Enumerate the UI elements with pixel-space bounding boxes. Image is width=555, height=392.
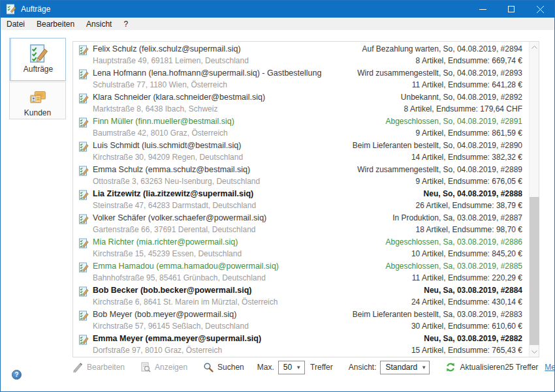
minimize-button[interactable] [468,1,497,18]
order-row[interactable]: Finn Müller (finn.mueller@bestmail.siq)B… [73,114,529,138]
order-icon [78,262,89,273]
order-customer: Klara Schneider (klara.schneider@bestmai… [93,93,401,102]
order-row[interactable]: Luis Schmidt (luis.schmidt@bestmail.siq)… [73,138,529,162]
bottom-toolbar: Bearbeiten Anzeigen Suche [72,359,539,376]
order-address: Hauptstraße 49, 69181 Leimen, Deutschlan… [93,56,362,65]
order-summary: 26 Artikel, Endsumme: 38,79 € [416,201,522,210]
scroll-up-icon[interactable] [530,42,539,52]
preview-icon [140,362,151,372]
sidebar-tab-kunden[interactable]: Kunden [9,82,66,119]
order-status: Neu, Sa, 03.08.2019, #2882 [411,334,522,344]
order-address: Marktstraße 8, 6438 Ibach, Schweiz [93,104,401,113]
order-row[interactable]: Mia Richter (mia.richter@powermail.siq)K… [73,235,529,259]
show-button[interactable]: Anzeigen [140,362,187,372]
menu-bearbeiten[interactable]: Bearbeiten [31,18,80,30]
order-icon [78,45,89,55]
order-status: Beim Lieferanten bestellt, So, 04.08.201… [353,141,522,151]
refresh-button[interactable]: Aktualisieren [445,362,505,372]
order-address: Kirchstraße 30, 94209 Regen, Deutschland [93,153,353,162]
order-icon [78,335,89,345]
treffer-label: Treffer [310,363,333,372]
search-button-label: Suchen [217,363,244,372]
order-status: Wird zusammengestellt, So, 04.08.2019, #… [357,165,522,175]
order-summary: 9 Artikel, Endsumme: 861,59 € [386,128,523,138]
order-address: Steinstraße 47, 64283 Darmstadt, Deutsch… [93,201,416,210]
vertical-scrollbar[interactable] [529,42,539,357]
order-address: Baumstraße 42, 8010 Graz, Österreich [93,128,386,138]
order-customer: Lena Hofmann (lena.hofmann@supermail.siq… [93,68,357,78]
order-icon [78,166,89,176]
order-status: Auf Bezahlung warten, So, 04.08.2019, #2… [362,44,522,54]
order-icon [78,93,89,104]
order-row[interactable]: Lia Zitzewitz (lia.zitzewitz@supermail.s… [73,187,529,211]
app-window: Aufträge Datei Bearbeiten Ansicht ? [0,0,555,392]
pencil-icon [72,362,83,372]
search-button[interactable]: Suchen [203,362,244,372]
order-address: Gartenstraße 66, 37691 Derental, Deutsch… [93,225,392,234]
order-customer: Mia Richter (mia.richter@powermail.siq) [93,237,386,247]
menu-help[interactable]: ? [118,18,134,30]
order-summary: 18 Artikel, Endsumme: 98,70 € [392,225,522,234]
scrollbar-thumb[interactable] [530,197,539,345]
order-summary: 11 Artikel, Endsumme: 641,28 € [357,80,522,89]
order-row[interactable]: Lena Hofmann (lena.hofmann@supermail.siq… [73,66,529,90]
max-results-value: 50 [283,363,292,372]
orders-panel: Felix Schulz (felix.schulz@supermail.siq… [72,41,539,357]
order-customer: Lia Zitzewitz (lia.zitzewitz@supermail.s… [93,189,416,199]
order-customer: Emma Hamadou (emma.hamadou@powermail.siq… [93,262,386,271]
order-icon [78,190,89,200]
scroll-down-icon[interactable] [530,346,539,357]
order-address: Ottostraße 3, 63263 Neu-Isenburg, Deutsc… [93,177,357,186]
max-label: Max. [257,363,274,372]
order-customer: Emma Schulz (emma.schulz@bestmail.siq) [93,165,357,175]
order-summary: 15 Artikel, Endsumme: 765,43 € [411,346,522,355]
menu-ansicht[interactable]: Ansicht [80,18,118,30]
order-address: Kirchstraße 6, 8641 St. Marein im Mürzta… [93,297,411,307]
order-row[interactable]: Felix Schulz (felix.schulz@supermail.siq… [73,42,529,66]
order-status: Unbekannt, So, 04.08.2019, #2892 [401,93,522,102]
load-more-link[interactable]: Mehr laden [545,363,555,372]
order-row[interactable]: Klara Schneider (klara.schneider@bestmai… [73,90,529,114]
order-address: Schulstraße 77, 1180 Wien, Österreich [93,80,357,89]
order-row[interactable]: Emma Schulz (emma.schulz@bestmail.siq)Ot… [73,162,529,187]
view-value: Standard [385,363,417,372]
sidebar-tab-label: Aufträge [24,65,53,74]
view-label: Ansicht: [349,363,377,372]
order-customer: Emma Meyer (emma.meyer@supermail.siq) [93,334,411,344]
order-icon [78,214,89,224]
order-icon [78,286,89,297]
order-status: In Produktion, Sa, 03.08.2019, #2887 [392,213,522,223]
order-icon [78,310,89,321]
sidebar-tab-auftraege[interactable]: Aufträge [9,38,66,81]
order-status: Abgeschlossen, Sa, 03.08.2019, #2886 [386,237,523,247]
show-button-label: Anzeigen [155,363,187,372]
order-summary: 14 Artikel, Endsumme: 382,32 € [353,153,522,162]
order-row[interactable]: Bob Becker (bob.becker@powermail.siq)Kir… [73,283,529,307]
order-row[interactable]: Bob Meyer (bob.meyer@powermail.siq)Kirch… [73,307,529,331]
menu-datei[interactable]: Datei [1,18,31,30]
view-dropdown[interactable]: Standard ▼ [380,361,430,374]
orders-list: Felix Schulz (felix.schulz@supermail.siq… [73,42,529,357]
order-address: Dorfstraße 97, 8010 Graz, Österreich [93,346,411,355]
order-summary: 8 Artikel, Endsumme: 669,74 € [362,56,522,65]
order-address: Kirchstraße 15, 45239 Essen, Deutschland [93,249,386,258]
order-row[interactable]: Emma Meyer (emma.meyer@supermail.siq)Dor… [73,331,529,355]
orders-icon [29,44,48,63]
close-button[interactable] [526,1,554,18]
order-status: Abgeschlossen, Sa, 03.08.2019, #2885 [386,262,523,271]
max-results-dropdown[interactable]: 50 ▼ [278,361,305,374]
refresh-button-label: Aktualisieren [460,363,505,372]
order-status: Beim Lieferanten bestellt, Sa, 03.08.201… [353,310,522,320]
title-bar: Aufträge [1,1,554,18]
order-icon [78,142,89,152]
order-customer: Luis Schmidt (luis.schmidt@bestmail.siq) [93,141,353,151]
order-row[interactable]: Volker Schäfer (volker.schaefer@powermai… [73,211,529,235]
order-status: Neu, So, 04.08.2019, #2888 [416,189,522,199]
order-customer: Volker Schäfer (volker.schaefer@powermai… [93,213,392,223]
order-summary: 24 Artikel, Endsumme: 430,14 € [411,297,522,307]
help-icon[interactable]: ? [12,370,22,380]
order-customer: Finn Müller (finn.mueller@bestmail.siq) [93,117,386,127]
edit-button[interactable]: Bearbeiten [72,362,125,372]
maximize-button[interactable] [497,1,526,18]
order-row[interactable]: Emma Hamadou (emma.hamadou@powermail.siq… [73,259,529,283]
